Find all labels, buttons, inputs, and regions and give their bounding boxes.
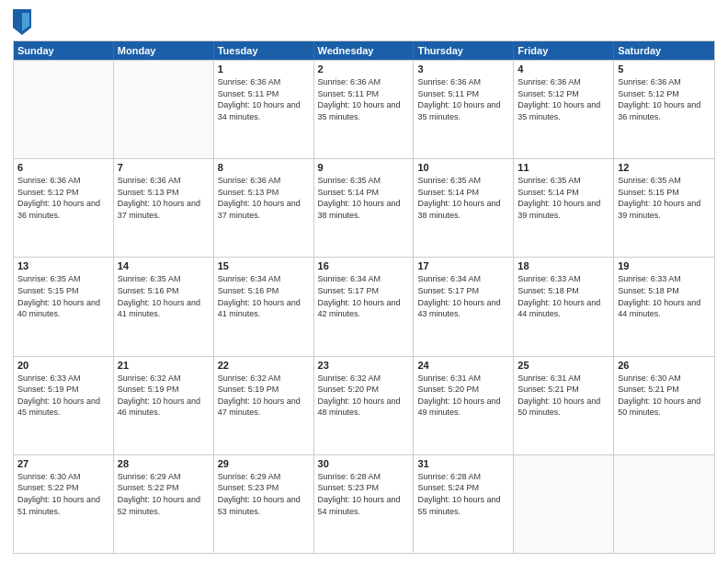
day-number: 1 xyxy=(218,63,310,75)
cal-cell: 12Sunrise: 6:35 AMSunset: 5:15 PMDayligh… xyxy=(614,159,714,257)
cal-cell: 20Sunrise: 6:33 AMSunset: 5:19 PMDayligh… xyxy=(14,357,114,454)
day-info: Sunrise: 6:34 AMSunset: 5:16 PMDaylight:… xyxy=(218,273,310,319)
day-info: Sunrise: 6:34 AMSunset: 5:17 PMDaylight:… xyxy=(417,273,509,319)
day-info: Sunrise: 6:36 AMSunset: 5:12 PMDaylight:… xyxy=(17,175,109,221)
day-number: 29 xyxy=(218,458,310,469)
cal-cell: 23Sunrise: 6:32 AMSunset: 5:20 PMDayligh… xyxy=(314,357,415,454)
cal-week-3: 13Sunrise: 6:35 AMSunset: 5:15 PMDayligh… xyxy=(14,257,714,355)
day-info: Sunrise: 6:34 AMSunset: 5:17 PMDaylight:… xyxy=(318,273,410,319)
cal-header-monday: Monday xyxy=(114,41,214,60)
day-number: 7 xyxy=(118,162,210,173)
day-info: Sunrise: 6:32 AMSunset: 5:19 PMDaylight:… xyxy=(118,373,210,419)
calendar-body: 1Sunrise: 6:36 AMSunset: 5:11 PMDaylight… xyxy=(14,60,714,553)
cal-cell: 14Sunrise: 6:35 AMSunset: 5:16 PMDayligh… xyxy=(114,258,214,355)
cal-week-5: 27Sunrise: 6:30 AMSunset: 5:22 PMDayligh… xyxy=(14,454,714,553)
day-number: 8 xyxy=(218,162,310,173)
day-number: 13 xyxy=(17,260,109,271)
day-info: Sunrise: 6:35 AMSunset: 5:14 PMDaylight:… xyxy=(518,175,609,221)
cal-header-thursday: Thursday xyxy=(414,41,514,60)
day-number: 22 xyxy=(218,360,310,371)
day-number: 5 xyxy=(618,63,711,75)
cal-cell: 15Sunrise: 6:34 AMSunset: 5:16 PMDayligh… xyxy=(214,258,314,355)
cal-cell: 13Sunrise: 6:35 AMSunset: 5:15 PMDayligh… xyxy=(14,258,114,355)
day-number: 24 xyxy=(417,360,509,371)
cal-cell xyxy=(514,455,614,553)
cal-header-tuesday: Tuesday xyxy=(214,41,314,60)
day-number: 28 xyxy=(118,458,210,469)
day-info: Sunrise: 6:35 AMSunset: 5:15 PMDaylight:… xyxy=(17,273,109,319)
cal-cell: 19Sunrise: 6:33 AMSunset: 5:18 PMDayligh… xyxy=(614,258,714,355)
day-info: Sunrise: 6:28 AMSunset: 5:24 PMDaylight:… xyxy=(417,471,509,517)
day-number: 25 xyxy=(518,360,609,371)
cal-header-sunday: Sunday xyxy=(14,41,114,60)
cal-week-4: 20Sunrise: 6:33 AMSunset: 5:19 PMDayligh… xyxy=(14,356,714,454)
day-info: Sunrise: 6:31 AMSunset: 5:20 PMDaylight:… xyxy=(417,373,509,419)
day-info: Sunrise: 6:29 AMSunset: 5:23 PMDaylight:… xyxy=(218,471,310,517)
day-info: Sunrise: 6:30 AMSunset: 5:21 PMDaylight:… xyxy=(618,373,711,419)
day-info: Sunrise: 6:36 AMSunset: 5:12 PMDaylight:… xyxy=(618,76,711,122)
cal-header-wednesday: Wednesday xyxy=(314,41,415,60)
day-info: Sunrise: 6:28 AMSunset: 5:23 PMDaylight:… xyxy=(318,471,410,517)
cal-week-2: 6Sunrise: 6:36 AMSunset: 5:12 PMDaylight… xyxy=(14,158,714,257)
cal-cell: 8Sunrise: 6:36 AMSunset: 5:13 PMDaylight… xyxy=(214,159,314,257)
cal-cell: 31Sunrise: 6:28 AMSunset: 5:24 PMDayligh… xyxy=(414,455,514,553)
day-info: Sunrise: 6:31 AMSunset: 5:21 PMDaylight:… xyxy=(518,373,609,419)
day-info: Sunrise: 6:32 AMSunset: 5:19 PMDaylight:… xyxy=(218,373,310,419)
day-number: 19 xyxy=(618,260,711,271)
cal-cell: 2Sunrise: 6:36 AMSunset: 5:11 PMDaylight… xyxy=(314,61,415,158)
day-info: Sunrise: 6:36 AMSunset: 5:11 PMDaylight:… xyxy=(218,76,310,122)
day-info: Sunrise: 6:36 AMSunset: 5:13 PMDaylight:… xyxy=(118,175,210,221)
day-number: 14 xyxy=(118,260,210,271)
day-number: 27 xyxy=(17,458,109,469)
cal-cell xyxy=(14,61,114,158)
cal-cell: 9Sunrise: 6:35 AMSunset: 5:14 PMDaylight… xyxy=(314,159,415,257)
day-info: Sunrise: 6:35 AMSunset: 5:14 PMDaylight:… xyxy=(417,175,509,221)
day-number: 23 xyxy=(318,360,410,371)
cal-cell xyxy=(114,61,214,158)
day-info: Sunrise: 6:33 AMSunset: 5:18 PMDaylight:… xyxy=(518,273,609,319)
cal-cell: 11Sunrise: 6:35 AMSunset: 5:14 PMDayligh… xyxy=(514,159,614,257)
day-info: Sunrise: 6:32 AMSunset: 5:20 PMDaylight:… xyxy=(318,373,410,419)
cal-cell: 27Sunrise: 6:30 AMSunset: 5:22 PMDayligh… xyxy=(14,455,114,553)
cal-cell: 18Sunrise: 6:33 AMSunset: 5:18 PMDayligh… xyxy=(514,258,614,355)
day-number: 10 xyxy=(417,162,509,173)
day-info: Sunrise: 6:29 AMSunset: 5:22 PMDaylight:… xyxy=(118,471,210,517)
cal-header-saturday: Saturday xyxy=(614,41,714,60)
day-number: 21 xyxy=(118,360,210,371)
day-info: Sunrise: 6:33 AMSunset: 5:19 PMDaylight:… xyxy=(17,373,109,419)
cal-cell: 5Sunrise: 6:36 AMSunset: 5:12 PMDaylight… xyxy=(614,61,714,158)
day-number: 9 xyxy=(318,162,410,173)
day-info: Sunrise: 6:36 AMSunset: 5:13 PMDaylight:… xyxy=(218,175,310,221)
day-info: Sunrise: 6:30 AMSunset: 5:22 PMDaylight:… xyxy=(17,471,109,517)
cal-cell: 29Sunrise: 6:29 AMSunset: 5:23 PMDayligh… xyxy=(214,455,314,553)
day-number: 18 xyxy=(518,260,609,271)
cal-cell: 24Sunrise: 6:31 AMSunset: 5:20 PMDayligh… xyxy=(414,357,514,454)
day-info: Sunrise: 6:36 AMSunset: 5:12 PMDaylight:… xyxy=(518,76,609,122)
day-info: Sunrise: 6:36 AMSunset: 5:11 PMDaylight:… xyxy=(417,76,509,122)
day-number: 15 xyxy=(218,260,310,271)
day-number: 17 xyxy=(417,260,509,271)
cal-cell: 22Sunrise: 6:32 AMSunset: 5:19 PMDayligh… xyxy=(214,357,314,454)
cal-cell: 17Sunrise: 6:34 AMSunset: 5:17 PMDayligh… xyxy=(414,258,514,355)
day-info: Sunrise: 6:33 AMSunset: 5:18 PMDaylight:… xyxy=(618,273,711,319)
cal-week-1: 1Sunrise: 6:36 AMSunset: 5:11 PMDaylight… xyxy=(14,60,714,158)
cal-cell: 3Sunrise: 6:36 AMSunset: 5:11 PMDaylight… xyxy=(414,61,514,158)
day-number: 4 xyxy=(518,63,609,75)
calendar: SundayMondayTuesdayWednesdayThursdayFrid… xyxy=(13,40,715,554)
logo xyxy=(13,9,35,35)
cal-cell: 25Sunrise: 6:31 AMSunset: 5:21 PMDayligh… xyxy=(514,357,614,454)
cal-cell: 30Sunrise: 6:28 AMSunset: 5:23 PMDayligh… xyxy=(314,455,415,553)
header xyxy=(13,9,715,35)
cal-cell: 7Sunrise: 6:36 AMSunset: 5:13 PMDaylight… xyxy=(114,159,214,257)
cal-cell: 16Sunrise: 6:34 AMSunset: 5:17 PMDayligh… xyxy=(314,258,415,355)
cal-cell xyxy=(614,455,714,553)
page: SundayMondayTuesdayWednesdayThursdayFrid… xyxy=(0,0,728,563)
day-info: Sunrise: 6:35 AMSunset: 5:14 PMDaylight:… xyxy=(318,175,410,221)
cal-cell: 21Sunrise: 6:32 AMSunset: 5:19 PMDayligh… xyxy=(114,357,214,454)
day-number: 12 xyxy=(618,162,711,173)
day-info: Sunrise: 6:35 AMSunset: 5:16 PMDaylight:… xyxy=(118,273,210,319)
cal-cell: 28Sunrise: 6:29 AMSunset: 5:22 PMDayligh… xyxy=(114,455,214,553)
day-info: Sunrise: 6:35 AMSunset: 5:15 PMDaylight:… xyxy=(618,175,711,221)
day-info: Sunrise: 6:36 AMSunset: 5:11 PMDaylight:… xyxy=(318,76,410,122)
day-number: 11 xyxy=(518,162,609,173)
